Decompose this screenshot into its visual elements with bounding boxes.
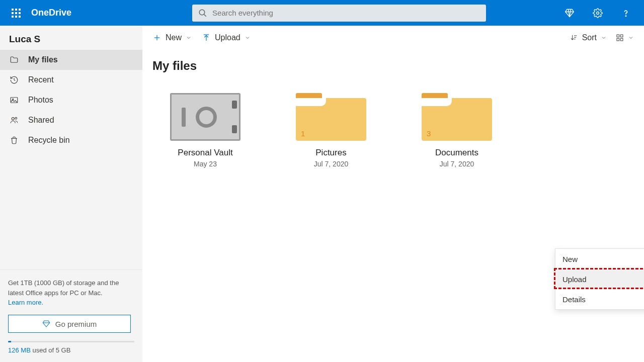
folder-icon [9,55,19,64]
svg-point-12 [625,16,626,16]
upload-button[interactable]: Upload [202,33,251,42]
people-icon [9,116,19,125]
svg-rect-28 [620,38,623,41]
svg-rect-7 [15,16,17,18]
ctx-label: Upload [562,275,587,284]
page-title: My files [142,50,644,73]
item-date: Jul 7, 2020 [288,160,374,168]
chevron-down-icon [628,35,634,41]
learn-more-link[interactable]: Learn more. [8,299,43,306]
view-button[interactable] [616,34,634,42]
svg-rect-8 [19,16,21,18]
svg-point-16 [15,117,17,119]
item-documents[interactable]: 3 Documents Jul 7, 2020 [414,93,500,168]
svg-rect-2 [19,9,21,11]
chevron-down-icon [245,35,251,41]
upload-icon [202,33,211,42]
header-actions [561,5,638,21]
ctx-label: New [562,255,578,263]
item-name: Documents [414,148,500,158]
brand-name: OneDrive [31,8,71,18]
context-menu: New Upload Details [555,248,644,310]
svg-rect-5 [19,12,21,14]
svg-rect-25 [617,35,619,37]
command-bar-right: Sort [570,33,634,42]
nav-list: My files Recent Photos Shared Recycle bi… [0,50,142,150]
svg-rect-1 [15,9,17,11]
ctx-label: Details [562,295,586,304]
diamond-icon [42,320,50,328]
item-name: Personal Vault [163,148,248,158]
nav-label: Recent [28,75,54,84]
folder-icon: 3 [422,93,492,141]
svg-rect-27 [617,38,619,41]
search-box[interactable] [192,5,486,22]
ctx-upload[interactable]: Upload [555,269,644,289]
folder-icon: 1 [296,93,366,141]
svg-point-9 [199,10,205,15]
header: OneDrive [0,0,644,26]
diamond-icon[interactable] [561,5,578,21]
app-launcher-icon[interactable] [6,3,26,23]
ctx-new[interactable]: New [555,249,644,269]
sort-button[interactable]: Sort [570,33,607,42]
file-grid: Personal Vault May 23 1 Pictures Jul 7, … [142,73,644,168]
nav-label: Photos [28,96,53,105]
search-input[interactable] [212,9,480,17]
main: New Upload Sort My files [142,26,644,362]
sort-icon [570,34,578,42]
svg-point-15 [12,118,14,120]
clock-icon [9,75,19,84]
ctx-details[interactable]: Details [555,289,644,309]
premium-label: Go premium [55,320,97,328]
image-icon [9,96,19,105]
item-date: Jul 7, 2020 [414,160,500,168]
sidebar-footer: Get 1TB (1000 GB) of storage and the lat… [0,269,142,362]
vault-icon [170,93,240,141]
promo-text: Get 1TB (1000 GB) of storage and the lat… [8,278,134,298]
nav-recycle[interactable]: Recycle bin [0,130,142,150]
sort-label: Sort [582,33,597,42]
storage-bar [8,341,134,342]
nav-shared[interactable]: Shared [0,110,142,130]
settings-icon[interactable] [590,5,606,21]
item-date: May 23 [163,160,248,168]
svg-rect-6 [12,16,14,18]
nav-label: Recycle bin [28,136,70,145]
user-name: Luca S [0,26,142,50]
command-bar: New Upload Sort [142,26,644,50]
plus-icon [152,33,162,42]
sidebar: Luca S My files Recent Photos Shared Rec… [0,26,142,362]
nav-photos[interactable]: Photos [0,90,142,110]
item-personal-vault[interactable]: Personal Vault May 23 [163,93,248,168]
chevron-down-icon [601,35,607,41]
svg-line-10 [204,14,206,17]
nav-recent[interactable]: Recent [0,70,142,90]
svg-rect-4 [15,12,17,14]
storage-text: 126 MB used of 5 GB [8,346,134,354]
help-icon[interactable] [618,5,634,21]
svg-point-11 [597,12,599,14]
nav-label: My files [28,55,58,64]
search-icon [198,9,207,18]
item-name: Pictures [288,148,374,158]
svg-rect-26 [620,35,623,37]
nav-label: Shared [28,116,54,125]
grid-icon [616,34,624,42]
upload-label: Upload [215,33,240,42]
new-label: New [166,33,182,42]
new-button[interactable]: New [152,33,192,42]
svg-rect-3 [12,12,14,14]
item-pictures[interactable]: 1 Pictures Jul 7, 2020 [288,93,374,168]
go-premium-button[interactable]: Go premium [8,315,131,333]
chevron-down-icon [186,35,192,41]
nav-my-files[interactable]: My files [0,50,142,70]
svg-rect-0 [12,9,14,11]
trash-icon [9,136,19,145]
search-wrapper [192,5,486,22]
